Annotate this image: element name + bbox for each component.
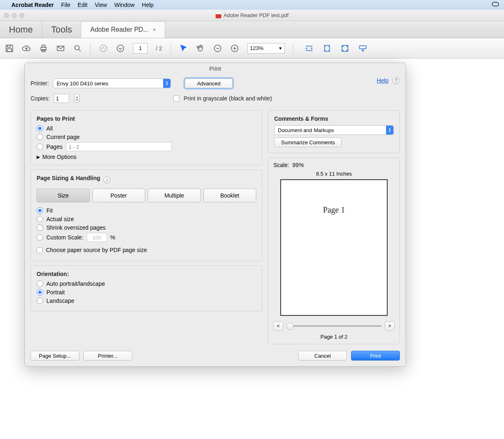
copies-stepper[interactable]: ▲▼ bbox=[74, 94, 80, 103]
grayscale-checkbox[interactable] bbox=[173, 96, 179, 102]
creative-cloud-icon[interactable] bbox=[492, 1, 500, 9]
menu-view[interactable]: View bbox=[95, 2, 107, 8]
zoom-window-icon[interactable] bbox=[20, 13, 24, 18]
toolbar-separator bbox=[170, 43, 171, 54]
svg-point-7 bbox=[75, 45, 79, 50]
seg-multiple[interactable]: Multiple bbox=[148, 189, 201, 202]
printer-select[interactable]: Envy 100 D410 series ▲▼ bbox=[53, 78, 171, 88]
radio-custom-scale[interactable] bbox=[37, 234, 43, 241]
window-title: Adobe Reader PDF test.pdf bbox=[224, 12, 289, 18]
print-button[interactable]: Print bbox=[351, 351, 400, 361]
copies-input[interactable] bbox=[54, 94, 69, 103]
svg-rect-1 bbox=[7, 45, 10, 47]
sizing-segment: Size Poster Multiple Booklet bbox=[37, 189, 256, 202]
selection-tool-icon[interactable] bbox=[179, 44, 188, 53]
preview-slider[interactable] bbox=[286, 325, 382, 327]
page-number-input[interactable] bbox=[133, 43, 148, 54]
page-preview: Page 1 bbox=[280, 179, 388, 316]
cancel-button[interactable]: Cancel bbox=[298, 351, 347, 361]
read-mode-icon[interactable] bbox=[358, 44, 367, 53]
orientation-heading: Orientation: bbox=[37, 271, 256, 277]
email-icon[interactable] bbox=[56, 44, 65, 53]
seg-booklet[interactable]: Booklet bbox=[203, 189, 257, 202]
close-window-icon[interactable] bbox=[4, 13, 9, 18]
radio-shrink[interactable] bbox=[37, 224, 43, 231]
pages-to-print-heading: Pages to Print bbox=[37, 115, 256, 122]
seg-poster[interactable]: Poster bbox=[92, 189, 146, 202]
paper-source-checkbox[interactable] bbox=[37, 247, 43, 253]
preview-page-content: Page 1 bbox=[323, 205, 345, 215]
copies-label: Copies: bbox=[31, 95, 50, 102]
radio-shrink-label: Shrink oversized pages bbox=[46, 224, 106, 231]
radio-actual-size[interactable] bbox=[37, 216, 43, 222]
fit-width-icon[interactable] bbox=[305, 44, 314, 53]
preview-prev-button[interactable]: < bbox=[273, 322, 283, 330]
menu-window[interactable]: Window bbox=[114, 2, 135, 8]
radio-landscape[interactable] bbox=[37, 298, 43, 304]
radio-portrait[interactable] bbox=[37, 289, 43, 296]
tab-document[interactable]: Adobe Reader PD... × bbox=[81, 21, 165, 38]
select-arrows-icon: ▲▼ bbox=[386, 126, 393, 135]
advanced-button[interactable]: Advanced bbox=[185, 78, 233, 88]
printer-settings-button[interactable]: Printer... bbox=[83, 351, 132, 361]
radio-portrait-label: Portrait bbox=[46, 289, 65, 296]
more-options-toggle[interactable]: ▶ More Options bbox=[37, 154, 256, 160]
radio-auto-label: Auto portrait/landscape bbox=[46, 280, 105, 287]
zoom-value: 123% bbox=[250, 45, 264, 51]
summarize-comments-button[interactable]: Summarize Comments bbox=[274, 137, 342, 147]
radio-custom-label: Custom Scale: bbox=[46, 234, 83, 241]
page-setup-button[interactable]: Page Setup... bbox=[31, 351, 79, 361]
tab-home[interactable]: Home bbox=[0, 21, 42, 38]
zoom-out-icon[interactable] bbox=[213, 44, 222, 53]
info-icon[interactable]: i bbox=[103, 176, 110, 183]
tab-close-icon[interactable]: × bbox=[153, 26, 156, 33]
grayscale-label: Print in grayscale (black and white) bbox=[183, 95, 272, 102]
fullscreen-icon[interactable] bbox=[340, 44, 349, 53]
menubar-app-name[interactable]: Acrobat Reader bbox=[11, 2, 54, 8]
zoom-in-icon[interactable] bbox=[230, 44, 239, 53]
menu-edit[interactable]: Edit bbox=[78, 2, 87, 8]
page-sizing-panel: Page Sizing & Handling i Size Poster Mul… bbox=[31, 170, 262, 261]
radio-fit[interactable] bbox=[37, 207, 43, 214]
preview-next-button[interactable]: > bbox=[385, 322, 395, 330]
zoom-combo[interactable]: 123% ▾ bbox=[247, 43, 285, 54]
page-up-icon[interactable] bbox=[99, 44, 108, 53]
comments-select[interactable]: Document and Markups ▲▼ bbox=[274, 125, 394, 135]
hand-tool-icon[interactable] bbox=[196, 44, 205, 53]
window-titlebar: Adobe Reader PDF test.pdf bbox=[0, 10, 504, 21]
percent-label: % bbox=[110, 234, 115, 241]
tab-tools[interactable]: Tools bbox=[42, 21, 81, 38]
help-link[interactable]: Help bbox=[377, 77, 388, 84]
orientation-panel: Orientation: Auto portrait/landscape Por… bbox=[31, 265, 262, 311]
scale-label: Scale: bbox=[273, 162, 289, 168]
svg-rect-5 bbox=[42, 49, 45, 52]
radio-all[interactable] bbox=[37, 125, 43, 132]
printer-label: Printer: bbox=[31, 80, 49, 87]
comments-heading: Comments & Forms bbox=[274, 115, 394, 122]
search-icon[interactable] bbox=[73, 44, 82, 53]
custom-scale-input[interactable] bbox=[87, 233, 107, 242]
svg-rect-2 bbox=[7, 48, 12, 51]
help-icon[interactable]: ? bbox=[393, 77, 400, 84]
seg-size[interactable]: Size bbox=[37, 189, 90, 202]
page-total-label: / 2 bbox=[156, 45, 162, 52]
radio-pages[interactable] bbox=[37, 143, 43, 150]
fit-page-icon[interactable] bbox=[323, 44, 332, 53]
page-down-icon[interactable] bbox=[116, 44, 125, 53]
menu-file[interactable]: File bbox=[61, 2, 70, 8]
print-icon[interactable] bbox=[39, 44, 48, 53]
radio-all-label: All bbox=[46, 125, 53, 132]
menu-help[interactable]: Help bbox=[142, 2, 154, 8]
radio-current-label: Current page bbox=[46, 134, 80, 140]
radio-actual-label: Actual size bbox=[46, 216, 74, 222]
comments-forms-panel: Comments & Forms Document and Markups ▲▼… bbox=[268, 110, 400, 153]
minimize-window-icon[interactable] bbox=[12, 13, 17, 18]
radio-current-page[interactable] bbox=[37, 134, 43, 140]
select-arrows-icon: ▲▼ bbox=[163, 79, 170, 88]
radio-auto-orient[interactable] bbox=[37, 280, 43, 287]
print-dialog: Print Printer: Envy 100 D410 series ▲▼ A… bbox=[24, 63, 406, 367]
toolbar-separator bbox=[293, 43, 293, 54]
save-icon[interactable] bbox=[5, 44, 14, 53]
pages-range-input[interactable] bbox=[66, 142, 172, 151]
cloud-upload-icon[interactable] bbox=[22, 44, 31, 53]
